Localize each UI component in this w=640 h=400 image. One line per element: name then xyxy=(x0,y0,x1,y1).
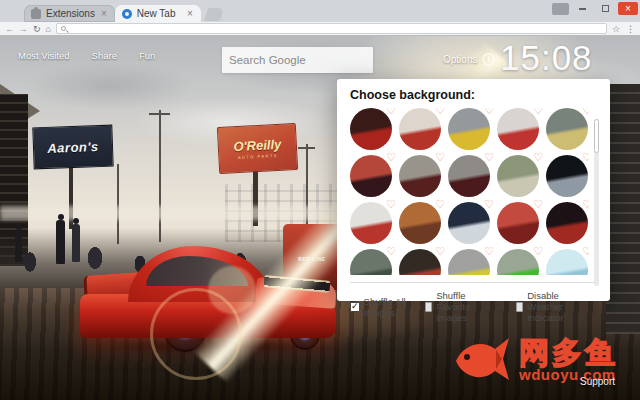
favorite-heart-icon[interactable]: ♡ xyxy=(386,199,396,210)
background-thumbnail-red-classic-mustang[interactable]: ♡ xyxy=(399,108,441,150)
favorite-heart-icon[interactable]: ♡ xyxy=(484,108,494,116)
favorite-heart-icon[interactable]: ♡ xyxy=(484,199,494,210)
tab-label: Extensions xyxy=(46,8,95,19)
favorite-heart-icon[interactable]: ♡ xyxy=(435,108,445,116)
background-thumbnail-red-coupe[interactable]: ♡ xyxy=(497,108,539,150)
background-thumbnail-yellow-car-gray[interactable]: ♡ xyxy=(448,249,490,275)
background-grid-viewport[interactable]: ♡♡♡♡♡♡♡♡♡♡♡♡♡♡♡♡♡♡♡♡ xyxy=(350,108,589,275)
panel-footer: ✓ Shuffle All Images Shuffle Favorite Im… xyxy=(350,282,597,323)
background-thumbnail-red-truck-dark-car[interactable]: ♡ xyxy=(350,155,392,197)
checkbox-shuffle-favorite[interactable]: Shuffle Favorite Images xyxy=(425,290,500,323)
favorite-heart-icon[interactable]: ♡ xyxy=(386,246,396,257)
google-search-box[interactable] xyxy=(222,47,373,73)
favorite-heart-icon[interactable]: ♡ xyxy=(533,152,543,163)
billboard-aarons-text: Aaron's xyxy=(47,139,99,156)
checkbox-icon[interactable] xyxy=(516,302,523,312)
window-controls: × xyxy=(552,2,638,15)
background-thumbnail-red-car-night[interactable]: ♡ xyxy=(546,202,588,244)
reload-icon[interactable]: ↻ xyxy=(33,24,41,34)
favorite-heart-icon[interactable]: ♡ xyxy=(582,246,589,257)
nav-most-visited[interactable]: Most Visited xyxy=(18,50,70,61)
background-thumbnail-red-mustang-front[interactable]: ♡ xyxy=(497,202,539,244)
clock-icon xyxy=(482,52,495,70)
panel-title: Choose background: xyxy=(350,88,597,102)
background-thumbnail-dark-red-convertible[interactable]: ♡ xyxy=(448,155,490,197)
background-thumbnail-green-supercar[interactable]: ♡ xyxy=(497,249,539,275)
background-grid: ♡♡♡♡♡♡♡♡♡♡♡♡♡♡♡♡♡♡♡♡ xyxy=(350,108,589,275)
puzzle-icon xyxy=(31,9,41,19)
wduoyu-fish-logo-icon xyxy=(452,332,516,392)
billboard-oreilly: O'Reilly AUTO PARTS xyxy=(217,123,298,174)
close-tab-icon[interactable]: × xyxy=(100,9,108,19)
nav-fun[interactable]: Fun xyxy=(139,50,155,61)
options-link[interactable]: Options xyxy=(443,54,477,65)
close-tab-icon[interactable]: × xyxy=(186,9,194,19)
background-thumbnail-silver-mustang-field[interactable]: ♡ xyxy=(497,155,539,197)
favorite-heart-icon[interactable]: ♡ xyxy=(533,199,543,210)
background-thumbnail-dark-red-parts[interactable]: ♡ xyxy=(350,108,392,150)
profile-avatar-icon[interactable] xyxy=(552,3,569,15)
background-thumbnail-classic-car-rear[interactable]: ♡ xyxy=(399,249,441,275)
search-input[interactable] xyxy=(222,54,373,66)
close-window-button[interactable]: × xyxy=(618,2,638,15)
favorite-heart-icon[interactable]: ♡ xyxy=(484,152,494,163)
favorite-heart-icon[interactable]: ♡ xyxy=(435,199,445,210)
maximize-button[interactable] xyxy=(595,2,615,15)
checkbox-icon[interactable] xyxy=(425,302,432,312)
background-thumbnail-sunset-billboard-car[interactable]: ♡ xyxy=(399,202,441,244)
favorite-heart-icon[interactable]: ♡ xyxy=(386,108,396,116)
photo-person xyxy=(56,220,65,264)
photo-lens-flare xyxy=(208,266,256,314)
tab-new-tab[interactable]: New Tab × xyxy=(115,5,201,22)
clock-time: 15:08 xyxy=(500,38,593,78)
favorite-heart-icon[interactable]: ♡ xyxy=(386,152,396,163)
forward-icon[interactable]: → xyxy=(19,24,28,34)
newtab-favicon-icon xyxy=(122,9,132,19)
browser-window: Extensions × New Tab × × ← → ↻ ⌂ ☆ xyxy=(0,0,640,400)
light-pole xyxy=(159,110,161,242)
favorite-heart-icon[interactable]: ♡ xyxy=(484,246,494,257)
billboard-oreilly-subtext: AUTO PARTS xyxy=(238,153,278,160)
back-icon[interactable]: ← xyxy=(5,24,14,34)
favorite-heart-icon[interactable]: ♡ xyxy=(582,108,589,116)
panel-scrollbar[interactable] xyxy=(594,119,599,286)
tab-strip: Extensions × New Tab × xyxy=(24,5,222,22)
background-thumbnail-white-car-night[interactable]: ♡ xyxy=(448,202,490,244)
checkbox-shuffle-all[interactable]: ✓ Shuffle All Images xyxy=(350,296,409,318)
favorite-heart-icon[interactable]: ♡ xyxy=(582,199,589,210)
minimize-button[interactable] xyxy=(572,2,592,15)
checkbox-label: Disable Weather Indicator xyxy=(527,290,597,323)
checkbox-label: Shuffle All Images xyxy=(364,296,410,318)
favorite-heart-icon[interactable]: ♡ xyxy=(435,246,445,257)
favorite-heart-icon[interactable]: ♡ xyxy=(582,152,589,163)
panel-scrollbar-thumb[interactable] xyxy=(594,119,599,153)
address-input[interactable] xyxy=(69,24,602,33)
checkbox-icon[interactable]: ✓ xyxy=(350,302,360,312)
background-thumbnail-yellow-mustang[interactable]: ♡ xyxy=(448,108,490,150)
nav-share[interactable]: Share xyxy=(92,50,117,61)
bookmark-star-icon[interactable]: ☆ xyxy=(612,24,620,34)
menu-icon[interactable]: ⋮ xyxy=(626,24,635,34)
background-thumbnail-white-mustang-rear[interactable]: ♡ xyxy=(350,202,392,244)
billboard-oreilly-text: O'Reilly xyxy=(233,137,282,154)
favorite-heart-icon[interactable]: ♡ xyxy=(533,246,543,257)
background-thumbnail-mountain-yellow-car[interactable]: ♡ xyxy=(546,108,588,150)
light-pole-crossbar xyxy=(149,113,170,115)
checkbox-disable-weather[interactable]: Disable Weather Indicator xyxy=(516,290,597,323)
tab-extensions[interactable]: Extensions × xyxy=(24,5,115,22)
search-icon xyxy=(61,26,66,31)
background-thumbnail-black-concept-car[interactable]: ♡ xyxy=(546,155,588,197)
background-thumbnail-maroon-muscle-car[interactable]: ♡ xyxy=(399,155,441,197)
home-icon[interactable]: ⌂ xyxy=(46,24,51,34)
address-bar[interactable] xyxy=(56,23,607,34)
support-link[interactable]: Support xyxy=(580,376,615,387)
new-tab-page: Aaron's O'Reilly AUTO PARTS RED LINE xyxy=(0,36,640,400)
favorite-heart-icon[interactable]: ♡ xyxy=(533,108,543,116)
toolbar-right: ☆ ⋮ xyxy=(612,24,635,34)
favorite-heart-icon[interactable]: ♡ xyxy=(435,152,445,163)
light-pole-crossbar xyxy=(298,147,315,149)
top-nav: Most Visited Share Fun xyxy=(18,50,155,61)
background-thumbnail-beach-scene[interactable]: ♡ xyxy=(546,249,588,275)
new-tab-button[interactable] xyxy=(204,8,224,21)
background-thumbnail-forest-car[interactable]: ♡ xyxy=(350,249,392,275)
